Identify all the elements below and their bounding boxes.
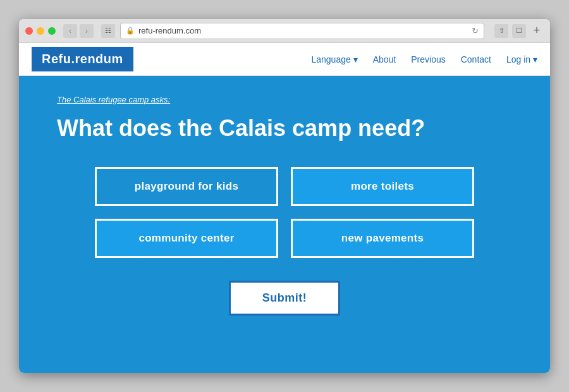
close-button[interactable]: [25, 27, 33, 35]
site-logo[interactable]: Refu.rendum: [32, 47, 133, 71]
option-pavements[interactable]: new pavements: [291, 219, 474, 258]
minimize-button[interactable]: [37, 27, 44, 35]
option-community-label: community center: [138, 232, 234, 244]
share-button[interactable]: ⇧: [494, 24, 508, 38]
options-grid: playground for kids more toilets communi…: [95, 167, 474, 258]
nav-login[interactable]: Log in ▾: [506, 54, 537, 64]
lock-icon: 🔒: [126, 27, 135, 35]
traffic-lights: [25, 27, 56, 35]
maximize-button[interactable]: [48, 27, 56, 35]
site-nav: Refu.rendum Language ▾ About Previous Co…: [19, 43, 550, 76]
forward-button[interactable]: ›: [80, 24, 94, 38]
option-community[interactable]: community center: [95, 219, 278, 258]
main-question: What does the Calais camp need?: [57, 114, 425, 142]
submit-area: Submit!: [57, 281, 512, 315]
nav-about[interactable]: About: [373, 54, 396, 64]
tab-icon: ☷: [101, 24, 115, 38]
nav-links: Language ▾ About Previous Contact Log in…: [311, 54, 537, 64]
browser-content: Refu.rendum Language ▾ About Previous Co…: [19, 43, 550, 373]
toolbar-right: ⇧ ☐ +: [494, 24, 544, 38]
address-bar[interactable]: 🔒 refu-rendum.com ↻: [120, 23, 484, 39]
nav-previous[interactable]: Previous: [411, 54, 445, 64]
tab-area: ☷: [101, 24, 115, 38]
option-pavements-label: new pavements: [341, 232, 424, 244]
browser-titlebar: ‹ › ☷ 🔒 refu-rendum.com ↻ ⇧ ☐ +: [19, 19, 550, 43]
website: Refu.rendum Language ▾ About Previous Co…: [19, 43, 550, 373]
refresh-icon[interactable]: ↻: [472, 26, 479, 35]
option-toilets-label: more toilets: [351, 180, 414, 192]
nav-about-label: About: [373, 54, 396, 64]
submit-button[interactable]: Submit!: [229, 281, 341, 315]
new-tab-button[interactable]: +: [530, 24, 544, 38]
bookmark-button[interactable]: ☐: [512, 24, 526, 38]
url-text: refu-rendum.com: [138, 26, 468, 35]
nav-language-label: Language ▾: [311, 54, 357, 64]
camp-subtitle: The Calais refugee camp asks:: [57, 95, 170, 104]
nav-previous-label: Previous: [411, 54, 445, 64]
nav-buttons: ‹ ›: [63, 24, 94, 38]
nav-contact-label: Contact: [461, 54, 491, 64]
nav-contact[interactable]: Contact: [461, 54, 491, 64]
nav-login-label: Log in ▾: [506, 54, 537, 64]
option-toilets[interactable]: more toilets: [291, 167, 474, 206]
nav-language[interactable]: Language ▾: [311, 54, 357, 64]
back-button[interactable]: ‹: [63, 24, 77, 38]
option-playground-label: playground for kids: [135, 180, 238, 192]
option-playground[interactable]: playground for kids: [95, 167, 278, 206]
site-main: The Calais refugee camp asks: What does …: [19, 76, 550, 373]
browser-window: ‹ › ☷ 🔒 refu-rendum.com ↻ ⇧ ☐ + Refu.ren…: [19, 19, 550, 373]
